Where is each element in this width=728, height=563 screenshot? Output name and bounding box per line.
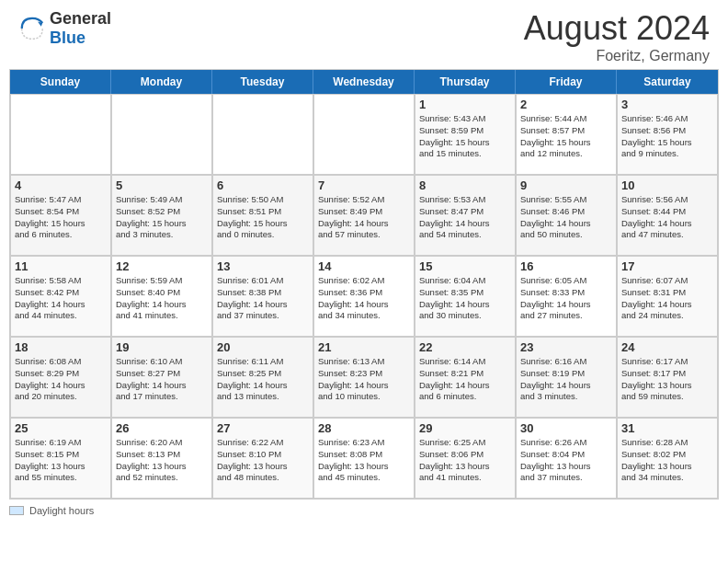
day-info: Sunrise: 6:25 AM Sunset: 8:06 PM Dayligh… <box>419 437 511 484</box>
calendar-cell: 19Sunrise: 6:10 AM Sunset: 8:27 PM Dayli… <box>111 337 212 418</box>
day-number: 20 <box>217 340 309 354</box>
week-row-2: 4Sunrise: 5:47 AM Sunset: 8:54 PM Daylig… <box>10 175 718 256</box>
logo-icon <box>18 15 46 42</box>
day-info: Sunrise: 6:20 AM Sunset: 8:13 PM Dayligh… <box>116 437 208 484</box>
day-number: 17 <box>621 259 713 273</box>
day-info: Sunrise: 5:53 AM Sunset: 8:47 PM Dayligh… <box>419 194 511 241</box>
calendar-cell: 17Sunrise: 6:07 AM Sunset: 8:31 PM Dayli… <box>617 256 718 337</box>
calendar-cell <box>10 94 111 175</box>
day-number: 30 <box>520 421 612 435</box>
day-info: Sunrise: 6:22 AM Sunset: 8:10 PM Dayligh… <box>217 437 309 484</box>
day-number: 21 <box>318 340 410 354</box>
day-number: 29 <box>419 421 511 435</box>
day-number: 7 <box>318 178 410 192</box>
calendar-cell: 4Sunrise: 5:47 AM Sunset: 8:54 PM Daylig… <box>10 175 111 256</box>
calendar-cell: 15Sunrise: 6:04 AM Sunset: 8:35 PM Dayli… <box>415 256 516 337</box>
day-info: Sunrise: 6:08 AM Sunset: 8:29 PM Dayligh… <box>15 356 107 403</box>
day-info: Sunrise: 5:56 AM Sunset: 8:44 PM Dayligh… <box>621 194 713 241</box>
calendar-body: 1Sunrise: 5:43 AM Sunset: 8:59 PM Daylig… <box>10 94 718 499</box>
calendar-cell: 11Sunrise: 5:58 AM Sunset: 8:42 PM Dayli… <box>10 256 111 337</box>
calendar-cell: 3Sunrise: 5:46 AM Sunset: 8:56 PM Daylig… <box>617 94 718 175</box>
day-number: 24 <box>621 340 713 354</box>
day-info: Sunrise: 6:04 AM Sunset: 8:35 PM Dayligh… <box>419 275 511 322</box>
day-number: 11 <box>15 259 107 273</box>
day-info: Sunrise: 5:50 AM Sunset: 8:51 PM Dayligh… <box>217 194 309 241</box>
calendar-cell: 29Sunrise: 6:25 AM Sunset: 8:06 PM Dayli… <box>415 418 516 499</box>
calendar-cell: 7Sunrise: 5:52 AM Sunset: 8:49 PM Daylig… <box>313 175 415 256</box>
daylight-legend-box <box>9 506 24 515</box>
calendar-cell: 12Sunrise: 5:59 AM Sunset: 8:40 PM Dayli… <box>111 256 212 337</box>
day-info: Sunrise: 6:17 AM Sunset: 8:17 PM Dayligh… <box>621 356 713 403</box>
day-number: 4 <box>15 178 107 192</box>
logo-general: General <box>50 9 111 29</box>
day-info: Sunrise: 5:58 AM Sunset: 8:42 PM Dayligh… <box>15 275 107 322</box>
header-friday: Friday <box>516 70 617 94</box>
day-number: 9 <box>520 178 612 192</box>
day-number: 3 <box>621 98 713 111</box>
calendar-cell: 22Sunrise: 6:14 AM Sunset: 8:21 PM Dayli… <box>415 337 516 418</box>
day-number: 25 <box>15 421 107 435</box>
location: Foeritz, Germany <box>524 48 710 64</box>
calendar-cell: 27Sunrise: 6:22 AM Sunset: 8:10 PM Dayli… <box>212 418 313 499</box>
day-info: Sunrise: 5:43 AM Sunset: 8:59 PM Dayligh… <box>419 113 511 160</box>
day-info: Sunrise: 6:23 AM Sunset: 8:08 PM Dayligh… <box>318 437 410 484</box>
day-info: Sunrise: 6:07 AM Sunset: 8:31 PM Dayligh… <box>621 275 713 322</box>
day-number: 1 <box>419 98 511 111</box>
calendar-cell: 26Sunrise: 6:20 AM Sunset: 8:13 PM Dayli… <box>111 418 212 499</box>
calendar-cell: 20Sunrise: 6:11 AM Sunset: 8:25 PM Dayli… <box>212 337 313 418</box>
header-thursday: Thursday <box>415 70 516 94</box>
logo: General Blue <box>18 9 111 48</box>
day-number: 10 <box>621 178 713 192</box>
calendar-cell: 21Sunrise: 6:13 AM Sunset: 8:23 PM Dayli… <box>313 337 415 418</box>
calendar-cell: 16Sunrise: 6:05 AM Sunset: 8:33 PM Dayli… <box>516 256 617 337</box>
day-info: Sunrise: 6:05 AM Sunset: 8:33 PM Dayligh… <box>520 275 612 322</box>
day-number: 12 <box>116 259 208 273</box>
day-info: Sunrise: 6:11 AM Sunset: 8:25 PM Dayligh… <box>217 356 309 403</box>
week-row-5: 25Sunrise: 6:19 AM Sunset: 8:15 PM Dayli… <box>10 418 718 499</box>
day-info: Sunrise: 6:14 AM Sunset: 8:21 PM Dayligh… <box>419 356 511 403</box>
calendar-cell: 18Sunrise: 6:08 AM Sunset: 8:29 PM Dayli… <box>10 337 111 418</box>
day-info: Sunrise: 5:46 AM Sunset: 8:56 PM Dayligh… <box>621 113 713 160</box>
day-number: 6 <box>217 178 309 192</box>
calendar-cell: 1Sunrise: 5:43 AM Sunset: 8:59 PM Daylig… <box>415 94 516 175</box>
day-number: 15 <box>419 259 511 273</box>
logo-text: General Blue <box>50 9 111 48</box>
day-number: 13 <box>217 259 309 273</box>
day-info: Sunrise: 6:19 AM Sunset: 8:15 PM Dayligh… <box>15 437 107 484</box>
day-number: 14 <box>318 259 410 273</box>
header-tuesday: Tuesday <box>212 70 313 94</box>
day-info: Sunrise: 6:13 AM Sunset: 8:23 PM Dayligh… <box>318 356 410 403</box>
calendar-cell: 31Sunrise: 6:28 AM Sunset: 8:02 PM Dayli… <box>617 418 718 499</box>
day-number: 19 <box>116 340 208 354</box>
day-info: Sunrise: 5:59 AM Sunset: 8:40 PM Dayligh… <box>116 275 208 322</box>
page-container: General Blue August 2024 Foeritz, German… <box>0 0 728 522</box>
calendar-cell <box>313 94 415 175</box>
calendar-cell: 2Sunrise: 5:44 AM Sunset: 8:57 PM Daylig… <box>516 94 617 175</box>
calendar-cell: 9Sunrise: 5:55 AM Sunset: 8:46 PM Daylig… <box>516 175 617 256</box>
day-number: 2 <box>520 98 612 111</box>
day-info: Sunrise: 6:02 AM Sunset: 8:36 PM Dayligh… <box>318 275 410 322</box>
day-number: 26 <box>116 421 208 435</box>
footer: Daylight hours <box>0 500 728 522</box>
day-number: 18 <box>15 340 107 354</box>
calendar: Sunday Monday Tuesday Wednesday Thursday… <box>9 69 719 500</box>
header-sunday: Sunday <box>10 70 111 94</box>
day-number: 8 <box>419 178 511 192</box>
logo-blue-text: Blue <box>50 29 111 48</box>
day-number: 27 <box>217 421 309 435</box>
calendar-cell: 13Sunrise: 6:01 AM Sunset: 8:38 PM Dayli… <box>212 256 313 337</box>
calendar-cell: 28Sunrise: 6:23 AM Sunset: 8:08 PM Dayli… <box>313 418 415 499</box>
week-row-4: 18Sunrise: 6:08 AM Sunset: 8:29 PM Dayli… <box>10 337 718 418</box>
week-row-3: 11Sunrise: 5:58 AM Sunset: 8:42 PM Dayli… <box>10 256 718 337</box>
day-info: Sunrise: 5:49 AM Sunset: 8:52 PM Dayligh… <box>116 194 208 241</box>
day-info: Sunrise: 5:44 AM Sunset: 8:57 PM Dayligh… <box>520 113 612 160</box>
calendar-cell: 5Sunrise: 5:49 AM Sunset: 8:52 PM Daylig… <box>111 175 212 256</box>
calendar-cell: 24Sunrise: 6:17 AM Sunset: 8:17 PM Dayli… <box>617 337 718 418</box>
day-number: 16 <box>520 259 612 273</box>
header-saturday: Saturday <box>617 70 718 94</box>
calendar-cell <box>111 94 212 175</box>
calendar-cell: 8Sunrise: 5:53 AM Sunset: 8:47 PM Daylig… <box>415 175 516 256</box>
calendar-cell: 25Sunrise: 6:19 AM Sunset: 8:15 PM Dayli… <box>10 418 111 499</box>
title-section: August 2024 Foeritz, Germany <box>524 9 710 64</box>
calendar-cell: 23Sunrise: 6:16 AM Sunset: 8:19 PM Dayli… <box>516 337 617 418</box>
